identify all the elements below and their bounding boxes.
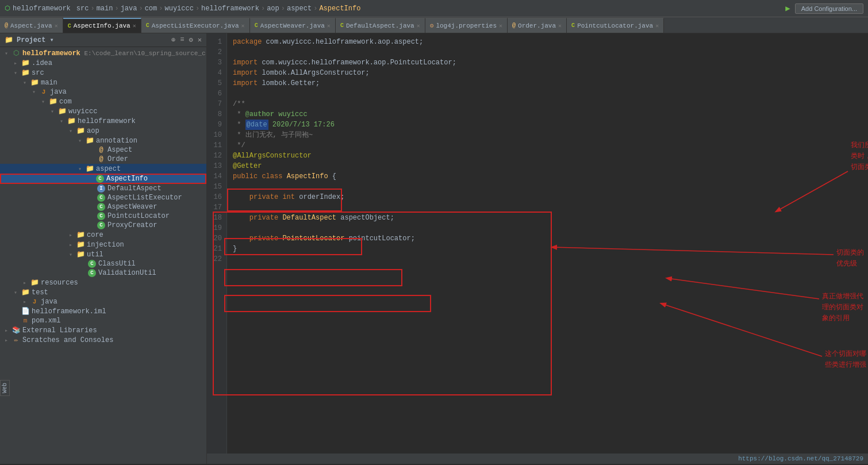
tab-close-icon[interactable]: ✕	[55, 22, 58, 29]
code-line-5: import lombok.Getter;	[233, 78, 868, 89]
tree-item-aspect-folder[interactable]: ▾ 📁 aspect	[0, 164, 206, 174]
tab-defaultaspect-java[interactable]: C DefaultAspect.java ✕	[336, 18, 425, 33]
tree-item-resources[interactable]: ▸ 📁 resources	[0, 278, 206, 287]
tree-item-idea[interactable]: ▸ 📁 .idea	[0, 58, 206, 68]
locate-icon[interactable]: ⊕	[171, 36, 175, 44]
tree-item-core[interactable]: ▸ 📁 core	[0, 230, 206, 240]
tree-item-test-java[interactable]: ▸ J java	[0, 297, 206, 306]
sidebar-header: 📁 Project ▾ ⊕ ≡ ⚙ ✕	[0, 33, 206, 47]
code-line-17	[233, 202, 868, 213]
tree-item-aspectweaver[interactable]: ▸ C AspectWeaver	[0, 202, 206, 212]
tree-item-defaultaspect[interactable]: ▸ I DefaultAspect	[0, 184, 206, 193]
folder-icon: 📁	[76, 250, 85, 259]
tab-aspectinfo-java[interactable]: C AspectInfo.java ✕	[63, 18, 141, 33]
code-line-2	[233, 47, 868, 57]
close-sidebar-icon[interactable]: ✕	[198, 36, 202, 44]
tab-close-icon[interactable]: ✕	[133, 22, 136, 29]
expand-arrow: ▾	[69, 128, 76, 134]
tab-close-icon[interactable]: ✕	[327, 22, 331, 29]
annotation-class-icon: @	[97, 146, 106, 154]
code-line-20: private PointcutLocator pointcutLocator;	[233, 233, 868, 244]
tree-item-injection[interactable]: ▸ 📁 injection	[0, 240, 206, 249]
tree-item-classutil[interactable]: ▸ C ClassUtil	[0, 259, 206, 268]
web-side-tab[interactable]: Web	[0, 380, 10, 396]
tree-item-main[interactable]: ▾ 📁 main	[0, 78, 206, 87]
tree-item-order-class[interactable]: ▸ @ Order	[0, 155, 206, 164]
tree-item-aspect-class[interactable]: ▸ @ Aspect	[0, 145, 206, 155]
tree-item-pom-xml[interactable]: ▸ m pom.xml	[0, 316, 206, 325]
tree-item-helloframework-root[interactable]: ▾ ⬡ helloframework E:\code_learn\10_spri…	[0, 48, 206, 58]
tree-item-wuyiccc[interactable]: ▾ 📁 wuyiccc	[0, 106, 206, 116]
interface-icon: I	[97, 185, 106, 193]
expand-arrow: ▾	[14, 70, 21, 76]
tab-aspect-java[interactable]: @ Aspect.java ✕	[0, 18, 63, 33]
expand-arrow: ▸	[23, 279, 30, 286]
folder-icon: 📁	[67, 117, 76, 125]
project-dropdown[interactable]: Project ▾	[17, 36, 54, 44]
tree-item-src[interactable]: ▾ 📁 src	[0, 68, 206, 78]
expand-arrow: ▾	[51, 108, 57, 115]
folder-icon: 📁	[30, 278, 39, 287]
tree-item-test[interactable]: ▾ 📁 test	[0, 287, 206, 297]
folder-icon: 📁	[21, 288, 30, 297]
tree-item-java[interactable]: ▾ J java	[0, 87, 206, 97]
code-content: package com.wuyiccc.helloframework.aop.a…	[227, 33, 868, 464]
tabs-row: @ Aspect.java ✕ C AspectInfo.java ✕ C As…	[0, 17, 868, 33]
tree-item-external-libs[interactable]: ▸ 📚 External Libraries	[0, 325, 206, 335]
expand-arrow: ▸	[23, 298, 30, 305]
code-line-10: * 出门无衣, 与子同袍~	[233, 130, 868, 140]
code-line-14: public class AspectInfo {	[233, 171, 868, 182]
tab-aspectweaver-java[interactable]: C AspectWeaver.java ✕	[250, 18, 336, 33]
tab-order-java[interactable]: @ Order.java ✕	[508, 18, 567, 33]
tree-item-com[interactable]: ▾ 📁 com	[0, 97, 206, 106]
class-icon3: C	[97, 203, 106, 211]
expand-arrow: ▾	[32, 89, 39, 95]
tree-item-annotation[interactable]: ▾ 📁 annotation	[0, 136, 206, 145]
tab-close-icon[interactable]: ✕	[417, 22, 420, 29]
tree-item-aspectlistexecutor[interactable]: ▸ C AspectListExecutor	[0, 193, 206, 202]
expand-arrow: ▾	[60, 118, 67, 125]
tree-item-helloframework-pkg[interactable]: ▾ 📁 helloframework	[0, 116, 206, 126]
class-icon2: C	[97, 194, 106, 202]
sidebar: 📁 Project ▾ ⊕ ≡ ⚙ ✕ ▾ ⬡ helloframework E…	[0, 33, 207, 464]
tab-log4j-properties[interactable]: ⚙ log4j.properties ✕	[425, 18, 508, 33]
tree-item-validationutil[interactable]: ▸ C ValidationUtil	[0, 268, 206, 278]
annotation-icon: @	[512, 22, 516, 29]
annotation-class-icon2: @	[97, 155, 106, 163]
code-line-21: }	[233, 244, 868, 254]
tree-item-proxycreator[interactable]: ▸ C ProxyCreator	[0, 221, 206, 230]
folder-icon: 📁	[21, 59, 30, 67]
tree-item-pointcutlocator[interactable]: ▸ C PointcutLocator	[0, 212, 206, 221]
tab-pointcutlocator-java[interactable]: C PointcutLocator.java ✕	[567, 18, 664, 33]
expand-arrow: ▸	[14, 60, 21, 67]
code-line-9: * @date 2020/7/13 17:26	[233, 120, 868, 130]
add-configuration-button[interactable]: Add Configuration...	[795, 3, 863, 14]
tab-close-icon[interactable]: ✕	[558, 22, 562, 29]
folder-icon: 📁	[85, 164, 94, 173]
collapse-icon[interactable]: ≡	[180, 36, 184, 44]
tree-item-aspectinfo[interactable]: ▸ C AspectInfo	[0, 174, 206, 184]
tree-item-util[interactable]: ▾ 📁 util	[0, 249, 206, 259]
folder-icon: 📁	[48, 97, 57, 106]
folder-src-icon: 📁	[21, 68, 30, 77]
class-icon: C	[68, 23, 71, 29]
code-line-19	[233, 223, 868, 233]
code-line-16: private int orderIndex;	[233, 192, 868, 202]
expand-arrow: ▾	[78, 166, 85, 172]
code-editor[interactable]: 12345 678910 1112131415 1617181920 2122 …	[207, 33, 868, 464]
expand-arrow: ▸	[69, 241, 76, 248]
tree-item-helloframework-iml[interactable]: ▸ 📄 helloframework.iml	[0, 306, 206, 316]
tree-item-scratches[interactable]: ▸ ✏ Scratches and Consoles	[0, 335, 206, 345]
tab-aspectlistexecutor-java[interactable]: C AspectListExecutor.java ✕	[141, 18, 250, 33]
expand-arrow: ▾	[69, 251, 76, 258]
folder-icon: 📁	[5, 36, 13, 44]
tab-close-icon[interactable]: ✕	[241, 22, 245, 29]
tab-close-icon[interactable]: ✕	[655, 22, 659, 29]
props-icon: ⚙	[430, 22, 434, 29]
project-name[interactable]: ⬡ helloframework	[5, 5, 71, 13]
bottom-bar: https://blog.csdn.net/qq_27148729	[207, 454, 868, 464]
iml-icon: 📄	[21, 307, 30, 316]
tab-close-icon[interactable]: ✕	[499, 22, 502, 29]
tree-item-aop[interactable]: ▾ 📁 aop	[0, 126, 206, 136]
settings-icon[interactable]: ⚙	[189, 36, 193, 44]
